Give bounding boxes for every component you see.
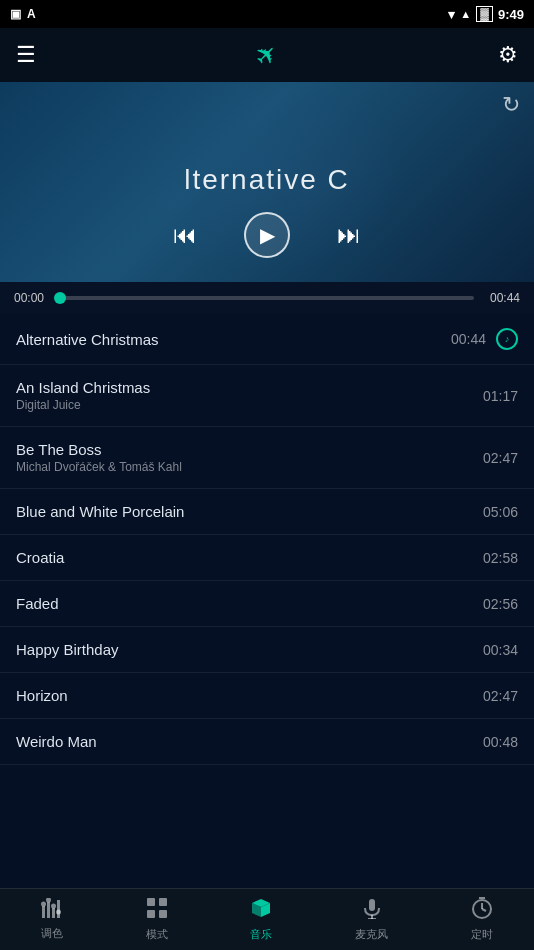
nav-label-music: 音乐	[250, 927, 272, 942]
status-bar: ▣ A ▾ ▲ ▓ 9:49	[0, 0, 534, 28]
nav-icon-music	[250, 897, 272, 924]
progress-area: 00:00 00:44	[0, 282, 534, 314]
nav-item-mode[interactable]: 模式	[132, 891, 182, 948]
svg-rect-1	[47, 902, 50, 918]
song-item[interactable]: Horizon02:47	[0, 673, 534, 719]
song-duration: 02:47	[480, 450, 518, 466]
song-title: Faded	[16, 595, 59, 612]
current-time: 00:00	[14, 291, 50, 305]
player-area: ↻ lternative C ⏮ ▶ ⏭	[0, 82, 534, 282]
play-button[interactable]: ▶	[244, 212, 290, 258]
nav-icon-equalizer	[41, 898, 63, 923]
svg-rect-12	[369, 899, 375, 911]
logo: ✈	[248, 36, 285, 73]
nav-icon-mode	[146, 897, 168, 924]
song-duration: 00:44	[448, 331, 486, 347]
nav-item-timer[interactable]: 定时	[457, 891, 507, 948]
next-icon: ⏭	[337, 221, 361, 249]
repeat-icon: ↻	[502, 92, 520, 117]
svg-point-7	[56, 910, 61, 915]
nav-item-equalizer[interactable]: 调色	[27, 892, 77, 947]
song-title: Croatia	[16, 549, 64, 566]
svg-rect-11	[159, 910, 167, 918]
song-item[interactable]: Be The BossMichal Dvořáček & Tomáš Kahl0…	[0, 427, 534, 489]
svg-rect-3	[57, 900, 60, 918]
prev-icon: ⏮	[173, 221, 197, 249]
nav-label-mic: 麦克风	[355, 927, 388, 942]
song-title: An Island Christmas	[16, 379, 150, 396]
song-title: Happy Birthday	[16, 641, 119, 658]
song-duration: 00:48	[480, 734, 518, 750]
wifi-icon: ▾	[448, 7, 455, 22]
song-duration: 02:58	[480, 550, 518, 566]
svg-line-17	[482, 909, 486, 911]
nav-icon-timer	[471, 897, 493, 924]
svg-point-4	[41, 902, 46, 907]
nav-icon-mic	[361, 897, 383, 924]
main-content: ☰ ✈ ⚙ ↻ lternative C ⏮ ▶ ⏭ 00:00	[0, 28, 534, 950]
track-title: lternative C	[184, 164, 350, 196]
status-right: ▾ ▲ ▓ 9:49	[448, 6, 524, 22]
song-item[interactable]: Faded02:56	[0, 581, 534, 627]
toolbar: ☰ ✈ ⚙	[0, 28, 534, 82]
settings-icon: ⚙	[498, 42, 518, 67]
song-item[interactable]: Weirdo Man00:48	[0, 719, 534, 765]
svg-point-5	[46, 898, 51, 903]
menu-button[interactable]: ☰	[16, 42, 36, 68]
song-duration: 00:34	[480, 642, 518, 658]
song-title: Alternative Christmas	[16, 331, 159, 348]
svg-rect-2	[52, 908, 55, 918]
total-time: 00:44	[484, 291, 520, 305]
nav-item-music[interactable]: 音乐	[236, 891, 286, 948]
song-item[interactable]: Alternative Christmas00:44♪	[0, 314, 534, 365]
nav-label-equalizer: 调色	[41, 926, 63, 941]
song-item[interactable]: Blue and White Porcelain05:06	[0, 489, 534, 535]
svg-rect-8	[147, 898, 155, 906]
signal-icon: ▲	[460, 8, 471, 20]
svg-rect-9	[159, 898, 167, 906]
play-icon: ▶	[260, 223, 275, 247]
repeat-button[interactable]: ↻	[502, 92, 520, 118]
progress-dot	[54, 292, 66, 304]
song-title: Blue and White Porcelain	[16, 503, 184, 520]
app-icon: A	[27, 7, 36, 21]
song-duration: 02:47	[480, 688, 518, 704]
song-item[interactable]: Happy Birthday00:34	[0, 627, 534, 673]
airplane-icon: ✈	[248, 36, 285, 73]
prev-button[interactable]: ⏮	[162, 212, 208, 258]
song-item[interactable]: An Island ChristmasDigital Juice01:17	[0, 365, 534, 427]
bottom-nav: 调色模式音乐麦克风定时	[0, 888, 534, 950]
next-button[interactable]: ⏭	[326, 212, 372, 258]
nav-label-timer: 定时	[471, 927, 493, 942]
notification-icon: ▣	[10, 7, 21, 21]
song-title: Weirdo Man	[16, 733, 97, 750]
settings-button[interactable]: ⚙	[498, 42, 518, 68]
svg-rect-10	[147, 910, 155, 918]
song-title: Be The Boss	[16, 441, 182, 458]
svg-rect-0	[42, 906, 45, 918]
song-duration: 02:56	[480, 596, 518, 612]
song-title: Horizon	[16, 687, 68, 704]
progress-bar[interactable]	[60, 296, 474, 300]
song-list: Alternative Christmas00:44♪An Island Chr…	[0, 314, 534, 950]
song-duration: 05:06	[480, 504, 518, 520]
status-left: ▣ A	[10, 7, 36, 21]
song-artist: Digital Juice	[16, 398, 150, 412]
time-display: 9:49	[498, 7, 524, 22]
nav-item-mic[interactable]: 麦克风	[341, 891, 402, 948]
battery-icon: ▓	[476, 6, 493, 22]
now-playing-indicator: ♪	[496, 328, 518, 350]
nav-label-mode: 模式	[146, 927, 168, 942]
menu-icon: ☰	[16, 42, 36, 67]
song-duration: 01:17	[480, 388, 518, 404]
svg-point-6	[51, 904, 56, 909]
song-item[interactable]: Croatia02:58	[0, 535, 534, 581]
song-artist: Michal Dvořáček & Tomáš Kahl	[16, 460, 182, 474]
playback-controls: ⏮ ▶ ⏭	[162, 212, 372, 258]
